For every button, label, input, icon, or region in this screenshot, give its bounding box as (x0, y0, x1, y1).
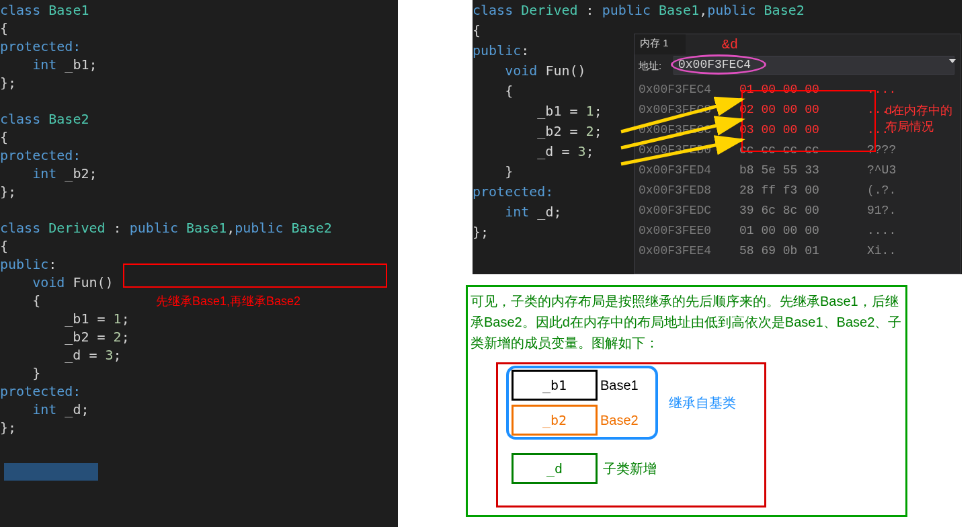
left-code: class Base1 { protected: int _b1; }; cla… (0, 0, 398, 437)
keyword-protected: protected: (0, 383, 81, 399)
selection-highlight (4, 463, 98, 481)
keyword-int: int (32, 165, 56, 181)
keyword-int: int (32, 401, 56, 417)
explanation-box: 可见，子类的内存布局是按照继承的先后顺序来的。先继承Base1，后继承Base2… (466, 285, 907, 517)
keyword-int: int (505, 204, 529, 220)
diagram-label-base1: Base1 (600, 370, 647, 401)
keyword-protected: protected: (0, 147, 81, 163)
assign-b2-r: 2 (114, 329, 122, 345)
assign-b1-l: _b1 (537, 103, 561, 119)
assign-d-l: _d (537, 143, 553, 159)
memory-layout-diagram: _b1 Base1 _b2 Base2 _d 子类新增 继承自基类 (496, 362, 766, 508)
right-code-panel: class Derived : public Base1,public Base… (473, 0, 962, 274)
diagram-blue-label: 继承自基类 (669, 394, 736, 412)
assign-b2-r: 2 (586, 123, 594, 139)
keyword-protected: protected: (0, 38, 81, 54)
keyword-int: int (32, 56, 56, 73)
member-d: _d (537, 204, 553, 220)
member-b1: _b1 (65, 56, 89, 73)
explanation-text: 可见，子类的内存布局是按照继承的先后顺序来的。先继承Base1，后继承Base2… (471, 291, 903, 354)
func-fun: Fun (73, 274, 97, 290)
diagram-label-base2: Base2 (600, 405, 647, 436)
memory-row: 0x00F3FEE458 69 0b 01Xi.. (639, 244, 957, 264)
memory-layout-anno-1: d在内存中的 (885, 104, 952, 117)
left-code-panel: class Base1 { protected: int _b1; }; cla… (0, 0, 398, 527)
memory-layout-annotation: d在内存中的 布局情况 (885, 102, 952, 135)
assign-b2-l: _b2 (537, 123, 561, 139)
diagram-cell-b1: _b1 (512, 370, 598, 401)
assign-b2-l: _b2 (65, 329, 89, 345)
assign-b1-r: 1 (114, 311, 122, 327)
assign-b1-r: 1 (586, 103, 594, 119)
diagram-label-d: 子类新增 (603, 453, 677, 484)
diagram-cell-b2: _b2 (512, 405, 598, 436)
member-d: _d (65, 401, 81, 417)
diagram-cell-d: _d (512, 453, 598, 484)
assign-d-l: _d (65, 347, 81, 363)
assign-d-r: 3 (106, 347, 114, 363)
keyword-protected: protected: (473, 184, 553, 200)
assign-b1-l: _b1 (65, 311, 89, 327)
keyword-void: void (32, 274, 65, 290)
func-fun: Fun (545, 63, 569, 79)
assign-d-r: 3 (578, 143, 586, 159)
member-b2: _b2 (65, 165, 89, 181)
memory-layout-anno-2: 布局情况 (885, 120, 934, 133)
keyword-void: void (505, 63, 537, 79)
